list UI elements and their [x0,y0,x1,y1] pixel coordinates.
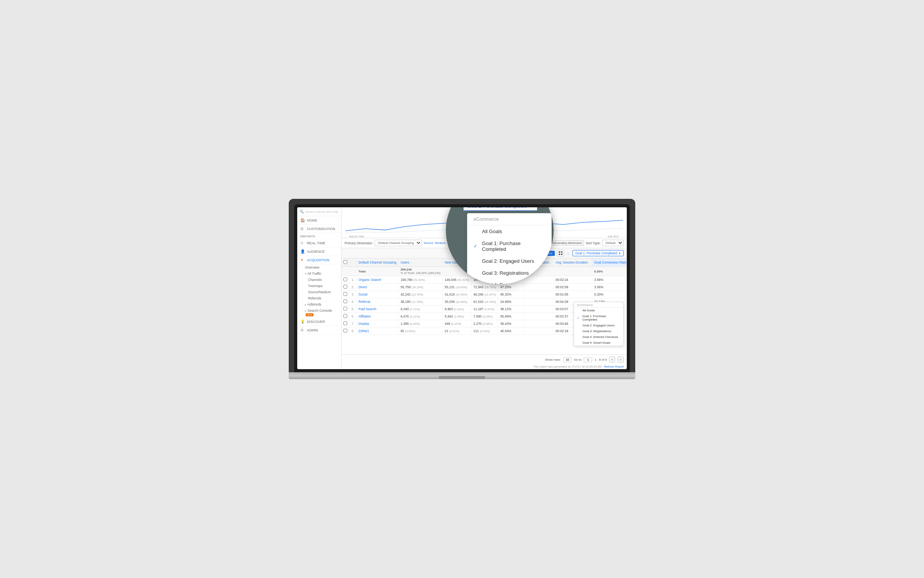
page-range-text: 1 - 8 of 8 [594,358,607,361]
row-new-users: 149,045 (51.51%) [443,276,472,284]
chart-lines [345,214,623,235]
row-channel[interactable]: Paid Search [357,306,398,313]
th-duration[interactable]: Avg. Session Duration [553,259,592,267]
advanced-button[interactable]: advanced [537,251,555,256]
row-pages [524,306,554,313]
row-cb [341,328,350,335]
sidebar-acquisition-label: ACQUISITION [307,258,330,262]
row-channel[interactable]: Direct [357,284,398,291]
sc-expand-icon: ▸ [305,309,306,312]
admin-icon: ⚙ [300,328,305,332]
goals-dropdown-trigger[interactable]: Goal 1: Purchase Completed ▼ [572,250,624,256]
sort-type-select[interactable]: Default [602,240,624,246]
sidebar-item-admin[interactable]: ⚙ ADMIN [297,326,341,334]
sidebar-item-referrals[interactable]: Referrals [297,295,341,301]
row-checkbox[interactable] [343,277,347,281]
small-dd-goal5[interactable]: Goal 5: Smart Goals [574,340,623,346]
row-checkbox[interactable] [343,314,347,318]
th-users[interactable]: Users [398,259,443,267]
sidebar-item-customization[interactable]: ⊞ CUSTOMIZATION [297,225,341,233]
sidebar-item-adwords[interactable]: ▸ AdWords [297,301,341,307]
source-link[interactable]: Source [424,241,433,245]
th-pages[interactable]: Pages / Session [524,259,554,267]
th-bounce[interactable]: Bounce Rate [498,259,524,267]
row-checkbox[interactable] [343,299,347,303]
refresh-report-link[interactable]: Refresh Report [604,365,624,368]
sidebar-item-source-medium[interactable]: Source/Medium [297,289,341,295]
channel-link[interactable]: Referral [358,300,370,304]
sidebar-item-all-traffic[interactable]: ▾ All Traffic [297,271,341,277]
select-all-checkbox[interactable] [343,260,347,264]
row-goal-conv: 3.56% [592,284,627,291]
sidebar-item-treemaps[interactable]: Treemaps [297,283,341,289]
sidebar: 🔍 Search reports and help 🏠 HOME ⊞ CUSTO… [297,207,341,369]
secondary-dimension-button[interactable]: Secondary dimension [550,240,584,246]
sidebar-home-label: HOME [307,218,317,222]
sidebar-item-discover[interactable]: 💡 DISCOVER [297,318,341,326]
plot-rows-button[interactable]: Plot Rows [530,240,548,246]
row-checkbox[interactable] [343,321,347,325]
channel-link[interactable]: Social [358,292,367,296]
row-pages [524,320,554,328]
row-users: 6,476 (2.11%) [398,313,443,320]
go-to-input[interactable] [584,357,592,362]
channel-link[interactable]: Direct [358,285,367,289]
sidebar-item-home[interactable]: 🏠 HOME [297,216,341,225]
row-checkbox[interactable] [343,285,347,289]
th-goal-conv[interactable]: Goal Conversion Rate [592,259,627,267]
table-search-button[interactable]: 🔍 [527,250,534,257]
small-goals-dropdown: eCommerce All Goals ✓ Goal 1: Purchase C… [574,302,624,346]
grid-icon [559,251,562,255]
th-sessions[interactable]: Sessions [471,259,498,267]
svg-rect-0 [559,251,560,253]
row-checkbox[interactable] [343,292,347,296]
row-channel[interactable]: Organic Search [357,276,398,284]
sidebar-item-overview[interactable]: Overview [297,264,341,271]
small-dd-goal4[interactable]: Goal 4: Entered Checkout [574,334,623,340]
show-rows-input[interactable] [563,357,572,362]
row-cb [341,306,350,313]
row-num: 3. [350,291,357,298]
channel-link[interactable]: Affiliates [358,314,371,318]
th-new-users[interactable]: New Users [443,259,472,267]
total-sessions [471,267,498,276]
row-checkbox[interactable] [343,329,347,333]
medium-link[interactable]: Medium [435,241,446,245]
sidebar-item-channels[interactable]: Channels [297,277,341,283]
prev-page-button[interactable]: ‹ [609,356,615,363]
total-goal-conv: 0.20% [592,267,627,276]
row-users: 55,758 (18.15%) [398,284,443,291]
row-channel[interactable]: Display [357,320,398,328]
channel-link[interactable]: Paid Search [358,307,376,311]
th-channel[interactable]: Default Channel Grouping [357,259,398,267]
grid-view-button[interactable] [557,250,564,257]
sidebar-item-audience[interactable]: 👤 AUDIENCE [297,247,341,256]
sidebar-search[interactable]: 🔍 Search reports and help [297,207,341,216]
total-users: 295,243 % of Total: 100.00% (295,243) [398,267,443,276]
sidebar-item-search-console[interactable]: ▸ Search Console NEW [297,307,341,318]
data-table: Default Channel Grouping Users New Users… [341,259,627,355]
row-pages [524,276,554,284]
go-to-label: Go to [574,358,582,361]
row-cb [341,276,350,284]
row-users: 42,242 (13.75%) [398,291,443,298]
row-channel[interactable]: Referral [357,298,398,306]
small-dd-goal1[interactable]: ✓ Goal 1: Purchase Completed [574,313,623,323]
other-link[interactable]: Other [447,241,455,245]
channel-link[interactable]: Organic Search [358,278,381,282]
row-checkbox[interactable] [343,307,347,311]
sidebar-item-acquisition[interactable]: ✦ ACQUISITION [297,256,341,264]
small-dd-goal2[interactable]: Goal 2: Engaged Users [574,323,623,328]
sidebar-item-realtime[interactable]: ⊙ REAL-TIME [297,239,341,247]
row-channel[interactable]: Affiliates [357,313,398,320]
small-dd-goal3[interactable]: Goal 3: Registrations [574,328,623,334]
row-duration: 00:02:58 [553,284,592,291]
row-channel[interactable]: Social [357,291,398,298]
channel-link[interactable]: (Other) [358,329,369,333]
next-page-button[interactable]: › [618,356,624,363]
total-pages [524,267,554,276]
primary-dimension-select[interactable]: Default Channel Grouping [375,240,422,246]
row-channel[interactable]: (Other) [357,328,398,335]
small-dd-all-goals[interactable]: All Goals [574,307,623,313]
channel-link[interactable]: Display [358,322,369,326]
